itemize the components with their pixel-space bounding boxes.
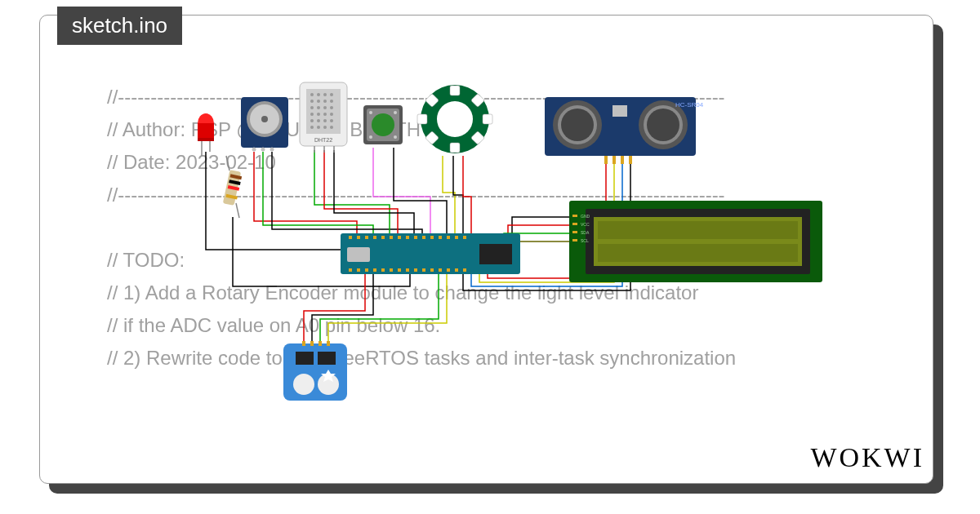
svg-rect-94 (447, 236, 450, 239)
svg-rect-77 (621, 156, 624, 164)
rtc-module (283, 341, 347, 401)
svg-rect-89 (406, 236, 409, 239)
svg-rect-86 (381, 236, 385, 239)
pushbutton-component (363, 105, 403, 144)
svg-rect-133 (327, 341, 330, 346)
svg-rect-120 (572, 239, 577, 241)
svg-rect-108 (439, 268, 442, 272)
svg-rect-92 (430, 236, 434, 239)
svg-rect-103 (398, 268, 401, 272)
svg-point-22 (317, 93, 320, 96)
svg-point-39 (323, 119, 327, 122)
svg-point-24 (330, 93, 333, 96)
svg-point-57 (437, 101, 473, 137)
svg-text:VCC: VCC (581, 222, 590, 227)
svg-point-53 (394, 111, 397, 114)
wokwi-logo: WOKWI (810, 442, 924, 473)
svg-point-27 (323, 100, 327, 103)
svg-point-28 (330, 100, 333, 103)
svg-point-42 (317, 126, 320, 129)
svg-rect-84 (365, 236, 368, 239)
svg-rect-96 (463, 236, 466, 239)
svg-rect-80 (347, 247, 370, 262)
svg-point-54 (369, 135, 372, 139)
svg-rect-115 (598, 221, 798, 239)
svg-rect-2 (198, 138, 214, 141)
svg-point-40 (330, 119, 333, 122)
svg-point-33 (310, 113, 314, 116)
svg-rect-111 (463, 268, 466, 272)
svg-rect-129 (318, 352, 336, 365)
svg-rect-76 (612, 156, 616, 164)
svg-rect-58 (450, 86, 460, 95)
svg-point-25 (310, 100, 314, 103)
svg-rect-131 (310, 341, 314, 346)
svg-rect-88 (398, 236, 401, 239)
svg-rect-104 (406, 268, 409, 272)
svg-point-30 (317, 106, 320, 109)
svg-rect-1 (198, 123, 214, 138)
svg-line-11 (236, 203, 239, 218)
svg-rect-78 (629, 156, 632, 164)
svg-point-21 (310, 93, 314, 96)
svg-point-69 (561, 109, 594, 141)
svg-rect-85 (373, 236, 376, 239)
svg-rect-119 (572, 231, 577, 233)
svg-rect-91 (422, 236, 425, 239)
svg-point-16 (252, 148, 256, 152)
svg-point-17 (261, 148, 265, 152)
svg-rect-99 (365, 268, 368, 272)
svg-point-15 (261, 116, 268, 122)
circuit-diagram: DHT22 (169, 74, 855, 425)
svg-rect-110 (455, 268, 458, 272)
neopixel-ring (417, 85, 492, 153)
svg-rect-128 (296, 352, 314, 365)
svg-text:SCL: SCL (581, 238, 589, 243)
svg-point-43 (323, 126, 327, 129)
dht22-component: DHT22 (300, 82, 347, 153)
resistor-component (223, 156, 242, 218)
svg-point-31 (323, 106, 327, 109)
svg-rect-116 (598, 244, 798, 262)
lcd-component: GND VCC SDA SCL (569, 201, 822, 282)
svg-point-32 (330, 106, 333, 109)
file-tab[interactable]: sketch.ino (57, 7, 182, 45)
svg-rect-93 (439, 236, 442, 239)
svg-point-36 (330, 113, 333, 116)
svg-point-126 (293, 374, 314, 395)
svg-rect-117 (572, 215, 577, 217)
ultrasonic-component: HC-SR04 (545, 97, 704, 164)
svg-rect-98 (357, 268, 360, 272)
svg-line-5 (226, 156, 229, 171)
svg-text:GND: GND (581, 214, 590, 219)
svg-point-29 (310, 106, 314, 109)
ldr-module (241, 97, 288, 152)
svg-rect-73 (612, 105, 627, 117)
svg-rect-132 (318, 341, 322, 346)
svg-rect-107 (430, 268, 434, 272)
svg-point-51 (372, 113, 394, 136)
tab-label: sketch.ino (72, 13, 167, 38)
main-card: //--------------------------------------… (39, 15, 933, 484)
svg-rect-118 (572, 223, 577, 225)
svg-point-41 (310, 126, 314, 129)
svg-rect-62 (450, 143, 460, 153)
svg-text:SDA: SDA (581, 230, 590, 235)
svg-rect-109 (447, 268, 450, 272)
svg-point-38 (317, 119, 320, 122)
svg-rect-64 (417, 114, 427, 124)
svg-rect-130 (302, 341, 305, 346)
svg-rect-75 (604, 156, 608, 164)
svg-point-55 (394, 135, 397, 139)
svg-rect-100 (373, 268, 376, 272)
svg-text:HC-SR04: HC-SR04 (675, 101, 704, 109)
svg-rect-90 (414, 236, 417, 239)
svg-rect-105 (414, 268, 417, 272)
svg-rect-95 (455, 236, 458, 239)
svg-point-52 (369, 111, 372, 114)
svg-rect-83 (357, 236, 360, 239)
svg-text:DHT22: DHT22 (314, 137, 332, 143)
led-component (198, 113, 214, 156)
svg-point-72 (647, 109, 679, 141)
svg-point-34 (317, 113, 320, 116)
